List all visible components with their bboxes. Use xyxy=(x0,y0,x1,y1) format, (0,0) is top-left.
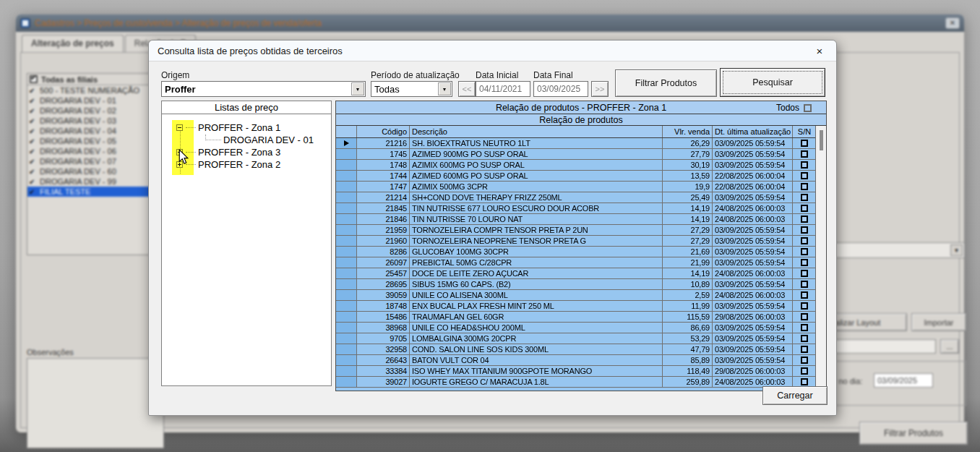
sn-checkbox[interactable] xyxy=(801,172,808,179)
filial-label: DROGARIA DEV - 07 xyxy=(40,157,116,166)
tree-node-drogaria-dev-01[interactable]: DROGARIA DEV - 01 xyxy=(205,134,314,146)
col-sn[interactable]: S/N xyxy=(793,126,817,137)
table-row[interactable]: 39027IOGURTE GREGO C/ MARACUJA 1.8L259,8… xyxy=(336,377,826,388)
table-row[interactable]: 18748ENX BUCAL PLAX FRESH MINT 250 ML11,… xyxy=(336,301,826,312)
sn-checkbox[interactable] xyxy=(801,194,808,201)
todos-toggle[interactable]: Todos xyxy=(776,103,812,113)
filial-list-item[interactable]: ✔DROGARIA DEV - 06 xyxy=(27,146,165,156)
sn-checkbox[interactable] xyxy=(801,205,808,212)
scrollbar-thumb[interactable] xyxy=(820,130,823,150)
sn-checkbox[interactable] xyxy=(801,226,808,234)
sn-checkbox[interactable] xyxy=(801,183,808,190)
consulta-lista-precos-dialog: Consulta lista de preços obtidas de terc… xyxy=(148,40,837,416)
update-day-date-field[interactable]: 03/09/2025 xyxy=(874,373,933,388)
todas-as-filiais-header[interactable]: Todas as filiais xyxy=(27,74,165,85)
cell-descricao: ISO WHEY MAX TITANIUM 900GPOTE MORANGO xyxy=(410,366,663,376)
sn-checkbox[interactable] xyxy=(801,313,808,320)
vertical-scrollbar[interactable] xyxy=(815,126,826,391)
sn-checkbox[interactable] xyxy=(801,378,808,385)
table-row[interactable]: 1748AZIMIX 600MG PO SUSP ORAL30,1903/09/… xyxy=(336,160,826,171)
sn-checkbox[interactable] xyxy=(801,367,808,375)
sn-checkbox[interactable] xyxy=(801,248,808,255)
table-row[interactable]: 38968UNILE CO HEAD&SHOU 200ML86,6903/09/… xyxy=(336,323,826,333)
sn-checkbox[interactable] xyxy=(801,216,808,223)
cell-descricao: SH. BIOEXTRATUS NEUTRO 1LT xyxy=(410,138,663,148)
chevron-down-icon[interactable]: ▼ xyxy=(351,82,364,95)
table-row[interactable]: 21959TORNOZELEIRA COMPR TENSOR PRETA P 2… xyxy=(336,225,826,236)
filial-list-item[interactable]: ✔DROGARIA DEV - 02 xyxy=(27,106,165,116)
main-window-close-icon[interactable]: ✕ xyxy=(945,17,960,29)
filial-list-item[interactable]: ✔DROGARIA DEV - 07 xyxy=(27,156,165,166)
next-period-button[interactable]: >> xyxy=(591,81,609,97)
periodo-combo[interactable]: Todas ▼ xyxy=(371,81,452,97)
table-row[interactable]: 26643BATON VULT COR 0485,8903/09/2025 05… xyxy=(336,355,826,366)
sn-checkbox[interactable] xyxy=(801,259,808,266)
sn-checkbox[interactable] xyxy=(801,161,808,169)
filial-list-item[interactable]: ✔DROGARIA DEV - 60 xyxy=(27,166,165,176)
importar-button[interactable]: Importar xyxy=(911,313,966,331)
filial-list-item[interactable]: ✔DROGARIA DEV - 05 xyxy=(27,136,165,146)
chevron-down-icon[interactable]: ▼ xyxy=(950,244,963,256)
table-row[interactable]: 39059UNILE CO ALISENA 300ML2,5924/08/202… xyxy=(336,290,826,301)
filtrar-produtos-button[interactable]: Filtrar Produtos xyxy=(615,69,717,97)
sn-checkbox[interactable] xyxy=(801,237,808,244)
col-codigo[interactable]: Código xyxy=(357,126,410,137)
table-row[interactable]: 1745AZIMED 900MG PO SUSP ORAL27,7903/09/… xyxy=(336,149,826,160)
table-row[interactable]: 28695SIBUS 15MG 60 CAPS. (B2)10,8903/09/… xyxy=(336,279,826,290)
todos-checkbox[interactable] xyxy=(804,104,812,112)
data-final-field[interactable]: 03/09/2025 xyxy=(533,81,588,97)
cell-sn xyxy=(793,312,817,322)
dialog-close-icon[interactable]: × xyxy=(812,45,828,57)
origem-combo[interactable]: Proffer ▼ xyxy=(161,81,366,97)
table-row[interactable]: 9705LOMBALGINA 300MG 20CPR53,2903/09/202… xyxy=(336,333,826,344)
sn-checkbox[interactable] xyxy=(801,357,808,364)
prev-period-button[interactable]: << xyxy=(458,81,476,97)
cell-codigo: 21959 xyxy=(357,225,410,235)
sn-checkbox[interactable] xyxy=(801,281,808,288)
filial-list-item[interactable]: ✔500 - TESTE NUMERAÇÃO xyxy=(27,85,165,95)
cell-codigo: 18748 xyxy=(357,301,410,311)
browse-button[interactable]: ... xyxy=(940,339,959,354)
table-row[interactable]: 21846TIN NUTRISSE 70 LOURO NAT14,1924/08… xyxy=(336,214,826,225)
table-row[interactable]: 1747AZIMIX 500MG 3CPR19,922/08/2025 06:0… xyxy=(336,182,826,192)
todas-as-filiais-checkbox[interactable] xyxy=(30,75,38,83)
bg-filtrar-produtos-button[interactable]: Filtrar Produtos xyxy=(859,422,968,445)
sn-checkbox[interactable] xyxy=(801,270,808,277)
table-row[interactable]: 26097PREBICTAL 50MG C/28CPR21,9903/09/20… xyxy=(336,257,826,268)
sn-checkbox[interactable] xyxy=(801,291,808,299)
sn-checkbox[interactable] xyxy=(801,140,808,147)
sn-checkbox[interactable] xyxy=(801,346,808,353)
filial-list-item[interactable]: ✔DROGARIA DEV - 04 xyxy=(27,126,165,136)
chevron-down-icon[interactable]: ▼ xyxy=(438,82,451,95)
table-row[interactable]: 21216SH. BIOEXTRATUS NEUTRO 1LT26,2903/0… xyxy=(336,138,826,149)
data-inicial-field[interactable]: 04/11/2021 xyxy=(476,81,530,97)
filial-list-item[interactable]: ✔DROGARIA DEV - 99 xyxy=(27,176,165,187)
table-row[interactable]: 15486TRAUMAFLAN GEL 60GR115,5929/08/2025… xyxy=(336,312,826,323)
row-indicator xyxy=(336,268,357,278)
table-row[interactable]: 21214SH+COND DOVE THERAPY FRIZZ 250ML25,… xyxy=(336,192,826,203)
col-vlr-venda[interactable]: Vlr. venda xyxy=(663,126,713,137)
col-dt-ultima-atualizacao[interactable]: Dt. última atualização xyxy=(713,126,793,137)
sn-checkbox[interactable] xyxy=(801,150,808,158)
table-row[interactable]: 21960TORNOZELEIRA NEOPRENE TENSOR PRETA … xyxy=(336,236,826,247)
observacoes-textarea[interactable] xyxy=(27,358,164,448)
col-descricao[interactable]: Descrição xyxy=(410,126,663,137)
sn-checkbox[interactable] xyxy=(801,302,808,310)
cell-sn xyxy=(793,301,817,311)
carregar-button[interactable]: Carregar xyxy=(762,386,828,405)
pesquisar-button[interactable]: Pesquisar xyxy=(720,68,825,97)
table-row[interactable]: 8286GLUCOBAY 100MG 30CPR21,6903/09/2025 … xyxy=(336,247,826,257)
table-row[interactable]: 1744AZIMED 600MG PO SUSP ORAL13,5922/08/… xyxy=(336,171,826,182)
tab-alteracao-de-precos[interactable]: Alteração de preços xyxy=(22,35,124,52)
filial-list-item[interactable]: ✔DROGARIA DEV - 03 xyxy=(27,116,165,126)
filial-label: FILIAL TESTE xyxy=(40,187,90,196)
sn-checkbox[interactable] xyxy=(801,324,808,331)
sn-checkbox[interactable] xyxy=(801,335,808,342)
table-row[interactable]: 21845TIN NUTRISSE 677 LOURO ESCURO DOUR … xyxy=(336,203,826,214)
filial-list-item[interactable]: ✔FILIAL TESTE xyxy=(27,187,165,197)
table-row[interactable]: 32958COND. SALON LINE SOS KIDS 300ML47,7… xyxy=(336,344,826,355)
table-row[interactable]: 25457DOCE DE LEITE ZERO AÇUCAR14,1924/08… xyxy=(336,268,826,279)
table-row[interactable]: 33384ISO WHEY MAX TITANIUM 900GPOTE MORA… xyxy=(336,366,826,377)
row-indicator xyxy=(336,257,357,268)
filial-list-item[interactable]: ✔DROGARIA DEV - 01 xyxy=(27,95,165,106)
